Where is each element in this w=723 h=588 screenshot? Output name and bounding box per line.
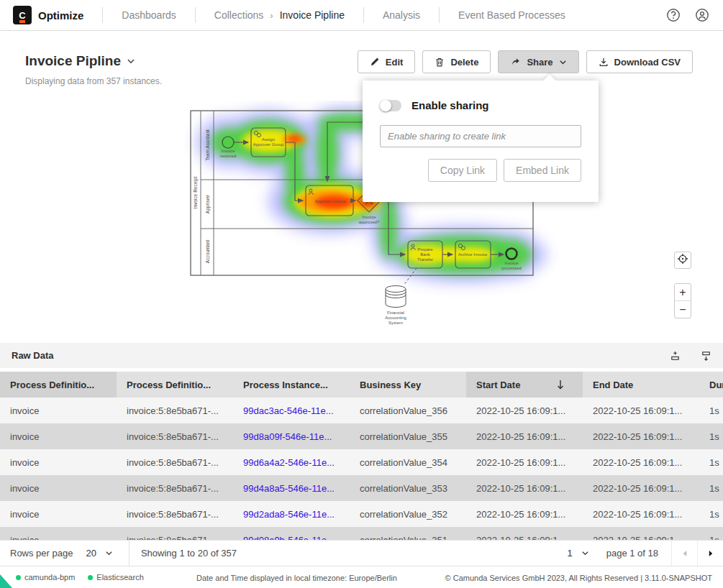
start-event-label: Invoice bbox=[221, 149, 235, 153]
share-popover: Enable sharing Copy Link Embed Link bbox=[363, 81, 599, 202]
chevron-down-icon[interactable] bbox=[127, 53, 135, 69]
nav-divider bbox=[102, 7, 103, 23]
col-start-date[interactable]: Start Date bbox=[466, 372, 583, 398]
camunda-logo[interactable]: C bbox=[13, 6, 32, 24]
zoom-out-button[interactable]: − bbox=[675, 301, 691, 318]
table-cell: 2022-10-25 16:09:1... bbox=[583, 398, 699, 423]
process-instance-link[interactable]: 99d08a9b-546e-11e... bbox=[233, 527, 350, 540]
table-row: invoiceinvoice:5:8e5ba671-...99d8a09f-54… bbox=[0, 423, 723, 449]
process-instance-link[interactable]: 99d6a4a2-546e-11e... bbox=[233, 449, 350, 475]
zoom-in-button[interactable]: + bbox=[675, 284, 691, 301]
expand-table-icon[interactable] bbox=[670, 350, 681, 362]
task-label: Bank bbox=[420, 252, 431, 257]
trash-icon bbox=[435, 57, 445, 68]
col-process-definition-key[interactable]: Process Definitio... bbox=[0, 372, 117, 398]
table-cell: 2022-10-25 16:09:1... bbox=[583, 423, 699, 449]
table-cell: 2022-10-25 16:09:1... bbox=[466, 475, 583, 501]
table-cell: invoice bbox=[0, 527, 117, 540]
next-page-button[interactable] bbox=[697, 541, 723, 566]
zoom-controls: + − bbox=[674, 283, 691, 318]
col-end-date[interactable]: End Date bbox=[583, 372, 699, 398]
report-title-row: Invoice Pipline bbox=[25, 53, 135, 69]
copy-link-button[interactable]: Copy Link bbox=[428, 159, 497, 182]
table-cell: 2022-10-25 16:09:1... bbox=[466, 398, 583, 423]
table-cell: invoice bbox=[0, 501, 117, 527]
process-instance-link[interactable]: 99d2ada8-546e-11e... bbox=[233, 501, 350, 527]
share-link-input[interactable] bbox=[380, 125, 581, 147]
connection-camunda-bpm: camunda-bpm bbox=[16, 573, 75, 582]
nav-analysis[interactable]: Analysis bbox=[383, 9, 420, 21]
table-header-row: Process Definitio... Process Definitio..… bbox=[0, 372, 723, 398]
task-label: Approve Invoice bbox=[314, 199, 346, 203]
nav-divider bbox=[439, 7, 440, 23]
table-cell: invoice:5:8e5ba671-... bbox=[117, 527, 233, 540]
data-store-label: Financial bbox=[387, 311, 404, 315]
table-cell: 2022-10-25 16:09:1... bbox=[466, 527, 583, 540]
enable-sharing-toggle[interactable] bbox=[380, 100, 401, 111]
table-cell: invoice:5:8e5ba671-... bbox=[117, 398, 233, 423]
brand-optimize: Optimize bbox=[38, 9, 83, 22]
sort-descending-icon[interactable] bbox=[555, 379, 565, 392]
previous-page-button[interactable] bbox=[671, 541, 697, 566]
table-cell: 1s bbox=[699, 501, 723, 527]
rows-per-page-label: Rows per page bbox=[10, 548, 73, 559]
user-icon[interactable] bbox=[694, 7, 710, 23]
table-cell: 1s bbox=[699, 423, 723, 449]
page-select[interactable]: 1 bbox=[567, 548, 588, 559]
table-cell: 1s bbox=[699, 527, 723, 540]
table-cell: invoice bbox=[0, 423, 117, 449]
end-event-label: processed bbox=[501, 266, 522, 270]
table-cell: correlationValue_356 bbox=[350, 398, 466, 423]
pagination-bar: Rows per page 20 Showing 1 to 20 of 357 … bbox=[0, 540, 723, 566]
edit-label: Edit bbox=[386, 57, 404, 68]
pool-label: Invoice Receipt bbox=[193, 177, 199, 209]
table-row: invoiceinvoice:5:8e5ba671-...99d08a9b-54… bbox=[0, 527, 723, 540]
reset-view-button[interactable] bbox=[674, 252, 691, 269]
col-start-date-label: Start Date bbox=[476, 380, 520, 390]
edit-button[interactable]: Edit bbox=[358, 50, 416, 73]
breadcrumb-separator: › bbox=[270, 10, 273, 21]
col-process-instance-id[interactable]: Process Instance... bbox=[233, 372, 350, 398]
connection-label: Elasticsearch bbox=[96, 573, 143, 582]
process-instance-link[interactable]: 99d8a09f-546e-11e... bbox=[233, 423, 350, 449]
nav-collections[interactable]: Collections bbox=[214, 9, 263, 21]
chevron-down-icon bbox=[105, 549, 113, 557]
report-toolbar: Edit Delete Share Download CSV bbox=[358, 50, 693, 73]
status-dot-green bbox=[88, 575, 93, 580]
nav-event-based-processes[interactable]: Event Based Processes bbox=[458, 9, 565, 21]
nav-current-report[interactable]: Invoice Pipline bbox=[280, 9, 345, 21]
download-csv-button[interactable]: Download CSV bbox=[586, 50, 693, 73]
delete-button[interactable]: Delete bbox=[422, 50, 491, 73]
connection-elasticsearch: Elasticsearch bbox=[88, 573, 143, 582]
col-business-key[interactable]: Business Key bbox=[350, 372, 466, 398]
table-cell: 2022-10-25 16:09:1... bbox=[583, 449, 699, 475]
col-duration[interactable]: Duration bbox=[699, 372, 723, 398]
table-cell: correlationValue_351 bbox=[350, 527, 466, 540]
table-cell: 2022-10-25 16:09:1... bbox=[583, 501, 699, 527]
nav-dashboards[interactable]: Dashboards bbox=[122, 9, 176, 21]
table-cell: invoice:5:8e5ba671-... bbox=[117, 449, 233, 475]
copyright-text: © Camunda Services GmbH 2023, All Rights… bbox=[445, 574, 712, 582]
help-icon[interactable] bbox=[665, 7, 681, 23]
embed-link-button[interactable]: Embed Link bbox=[504, 159, 581, 182]
previous-page-icon bbox=[680, 548, 690, 559]
table-cell: 1s bbox=[699, 398, 723, 423]
table-cell: 2022-10-25 16:09:1... bbox=[466, 449, 583, 475]
task-label: Prepare bbox=[417, 247, 433, 252]
status-bar: camunda-bpm Elasticsearch Date and Time … bbox=[0, 566, 723, 588]
col-process-definition-id[interactable]: Process Definitio... bbox=[117, 372, 233, 398]
table-cell: 2022-10-25 16:09:1... bbox=[466, 423, 583, 449]
table-cell: 1s bbox=[699, 449, 723, 475]
table-row: invoiceinvoice:5:8e5ba671-...99dac3ac-54… bbox=[0, 398, 723, 423]
share-button[interactable]: Share bbox=[498, 50, 578, 73]
collapse-table-icon[interactable] bbox=[701, 350, 711, 362]
raw-data-table: Process Definitio... Process Definitio..… bbox=[0, 372, 723, 540]
rows-per-page-select[interactable]: 20 bbox=[86, 548, 112, 559]
process-diagram-canvas[interactable]: Invoice Receipt Team Assistant Approver … bbox=[0, 101, 723, 338]
process-instance-link[interactable]: 99d4a8a5-546e-11e... bbox=[233, 475, 350, 501]
process-instance-link[interactable]: 99dac3ac-546e-11e... bbox=[233, 398, 350, 423]
enable-sharing-label: Enable sharing bbox=[411, 99, 489, 111]
data-store-label: Accounting bbox=[385, 316, 406, 320]
start-event-label: received bbox=[220, 154, 237, 158]
download-csv-label: Download CSV bbox=[614, 57, 681, 68]
